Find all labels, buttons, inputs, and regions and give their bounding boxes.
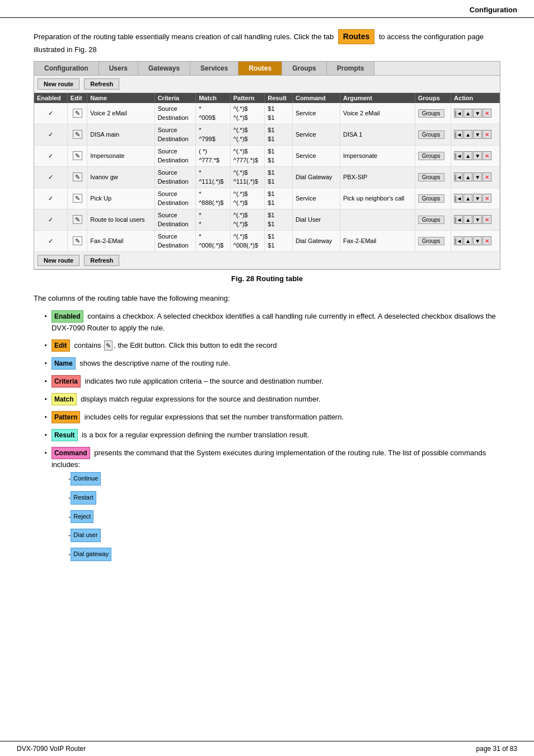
- cell-pattern: ^(.*)$^(.*)$: [230, 103, 265, 124]
- table-row: ✓✎Ivanov gwSourceDestination*^111(.*)$^(…: [34, 166, 500, 188]
- groups-button[interactable]: Groups: [418, 152, 444, 160]
- cell-edit[interactable]: ✎: [67, 230, 87, 251]
- command-label: Dial user: [71, 529, 100, 542]
- cell-enabled: ✓: [34, 145, 67, 166]
- action-move-first[interactable]: |◄: [454, 215, 463, 224]
- refresh-button[interactable]: Refresh: [84, 78, 119, 90]
- cell-groups[interactable]: Groups: [415, 103, 451, 124]
- action-move-up[interactable]: ▲: [463, 151, 472, 160]
- cell-groups[interactable]: Groups: [415, 188, 451, 209]
- bullet-marker: ▪: [45, 394, 47, 404]
- cell-enabled: ✓: [34, 124, 67, 145]
- cell-command: Dial Gateway: [292, 166, 340, 188]
- refresh-button-bottom[interactable]: Refresh: [84, 255, 119, 266]
- cell-edit[interactable]: ✎: [67, 124, 87, 145]
- tab-prompts[interactable]: Prompts: [327, 62, 375, 75]
- new-route-button-bottom[interactable]: New route: [38, 255, 79, 266]
- action-delete[interactable]: ✕: [483, 109, 491, 118]
- action-move-first[interactable]: |◄: [454, 130, 463, 139]
- action-delete[interactable]: ✕: [483, 194, 491, 203]
- action-move-down[interactable]: ▼: [473, 130, 482, 139]
- cell-criteria: SourceDestination: [154, 230, 196, 251]
- bullet-content: Criteria indicates two rule application …: [51, 375, 324, 388]
- cell-command: Service: [292, 103, 340, 124]
- col-pattern: Pattern: [230, 93, 265, 103]
- routing-table: Enabled Edit Name Criteria Match Pattern…: [34, 93, 500, 252]
- col-criteria: Criteria: [154, 93, 196, 103]
- action-move-up[interactable]: ▲: [463, 215, 472, 224]
- cell-argument: Pick up neighbor's call: [340, 188, 415, 209]
- tab-groups[interactable]: Groups: [282, 62, 327, 75]
- cell-action: |◄ ▲ ▼ ✕: [451, 209, 500, 230]
- action-delete[interactable]: ✕: [483, 215, 491, 224]
- intro-paragraph: Preparation of the routing table essenti…: [34, 29, 500, 55]
- action-move-down[interactable]: ▼: [473, 151, 482, 160]
- action-delete[interactable]: ✕: [483, 172, 491, 181]
- action-move-up[interactable]: ▲: [463, 194, 472, 203]
- table-toolbar: New route Refresh: [34, 76, 500, 93]
- groups-button[interactable]: Groups: [418, 216, 444, 224]
- table-row: ✓✎Voice 2 eMailSourceDestination*^009$^(…: [34, 103, 500, 124]
- cell-edit[interactable]: ✎: [67, 209, 87, 230]
- cell-groups[interactable]: Groups: [415, 166, 451, 188]
- cell-match: *^008(.*)$: [196, 230, 231, 251]
- action-move-first[interactable]: |◄: [454, 172, 463, 181]
- cell-edit[interactable]: ✎: [67, 145, 87, 166]
- tab-gateways[interactable]: Gateways: [138, 62, 190, 75]
- action-move-up[interactable]: ▲: [463, 109, 472, 118]
- action-move-first[interactable]: |◄: [454, 109, 463, 118]
- action-move-down[interactable]: ▼: [473, 215, 482, 224]
- action-move-down[interactable]: ▼: [473, 236, 482, 245]
- action-move-down[interactable]: ▼: [473, 109, 482, 118]
- action-move-up[interactable]: ▲: [463, 236, 472, 245]
- term-label: Edit: [51, 339, 70, 352]
- cell-groups[interactable]: Groups: [415, 124, 451, 145]
- nav-tabs: Configuration Users Gateways Services Ro…: [34, 62, 500, 76]
- cell-groups[interactable]: Groups: [415, 145, 451, 166]
- cell-argument: DISA 1: [340, 124, 415, 145]
- command-item: Restart: [68, 491, 500, 505]
- cell-pattern: ^(.*)$^111(.*)$: [230, 166, 265, 188]
- fig-caption: Fig. 28 Routing table: [34, 274, 500, 283]
- cell-groups[interactable]: Groups: [415, 230, 451, 251]
- col-edit: Edit: [67, 93, 87, 103]
- groups-button[interactable]: Groups: [418, 237, 444, 245]
- cell-name: Fax-2-EMail: [87, 230, 154, 251]
- action-delete[interactable]: ✕: [483, 151, 491, 160]
- new-route-button[interactable]: New route: [38, 78, 79, 90]
- footer-right: page 31 of 83: [476, 745, 517, 753]
- bullet-content: Command presents the command that the Sy…: [51, 447, 500, 567]
- action-delete[interactable]: ✕: [483, 236, 491, 245]
- bullet-item: ▪Result is a box for a regular expressio…: [45, 429, 500, 441]
- tab-routes[interactable]: Routes: [238, 62, 282, 75]
- cell-pattern: ^(.*)$^008(.*)$: [230, 230, 265, 251]
- bullet-item: ▪Enabled contains a checkbox. A selected…: [45, 310, 500, 334]
- cell-edit[interactable]: ✎: [67, 103, 87, 124]
- command-item: Dial user: [68, 529, 500, 542]
- cell-match: *^888(.*)$: [196, 188, 231, 209]
- action-move-first[interactable]: |◄: [454, 236, 463, 245]
- cell-enabled: ✓: [34, 103, 67, 124]
- tab-configuration[interactable]: Configuration: [34, 62, 99, 75]
- term-label: Enabled: [51, 310, 83, 323]
- cell-edit[interactable]: ✎: [67, 166, 87, 188]
- action-delete[interactable]: ✕: [483, 130, 491, 139]
- col-enabled: Enabled: [34, 93, 67, 103]
- tab-services[interactable]: Services: [190, 62, 238, 75]
- bullet-marker: ▪: [45, 340, 47, 350]
- action-move-down[interactable]: ▼: [473, 194, 482, 203]
- groups-button[interactable]: Groups: [418, 109, 444, 118]
- cell-edit[interactable]: ✎: [67, 188, 87, 209]
- groups-button[interactable]: Groups: [418, 130, 444, 139]
- groups-button[interactable]: Groups: [418, 173, 444, 181]
- action-move-first[interactable]: |◄: [454, 151, 463, 160]
- action-move-first[interactable]: |◄: [454, 194, 463, 203]
- cell-criteria: SourceDestination: [154, 124, 196, 145]
- cell-groups[interactable]: Groups: [415, 209, 451, 230]
- action-move-down[interactable]: ▼: [473, 172, 482, 181]
- groups-button[interactable]: Groups: [418, 194, 444, 203]
- tab-users[interactable]: Users: [99, 62, 138, 75]
- bullet-content: Match displays match regular expressions…: [51, 393, 321, 405]
- action-move-up[interactable]: ▲: [463, 130, 472, 139]
- action-move-up[interactable]: ▲: [463, 172, 472, 181]
